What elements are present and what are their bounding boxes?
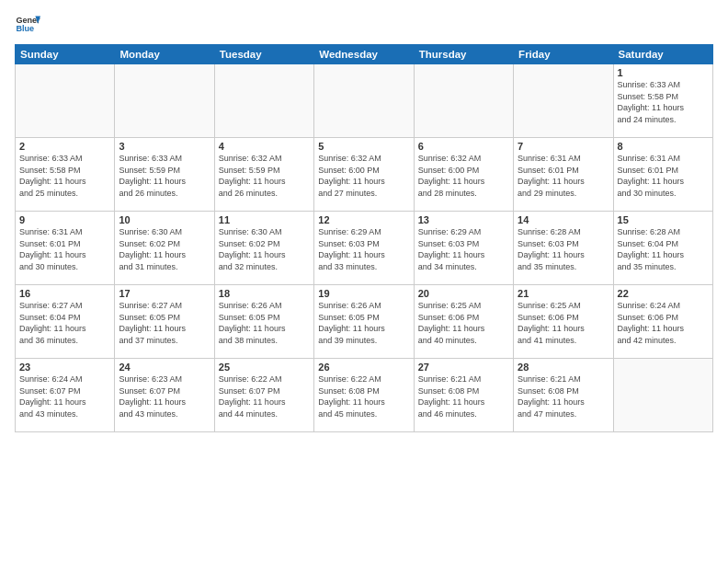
day-info: Sunrise: 6:29 AM Sunset: 6:03 PM Dayligh… xyxy=(318,226,409,272)
day-cell: 20Sunrise: 6:25 AM Sunset: 6:06 PM Dayli… xyxy=(414,285,513,359)
week-row-2: 9Sunrise: 6:31 AM Sunset: 6:01 PM Daylig… xyxy=(16,212,713,285)
day-number: 22 xyxy=(618,288,709,299)
day-cell: 11Sunrise: 6:30 AM Sunset: 6:02 PM Dayli… xyxy=(214,212,313,285)
day-number: 25 xyxy=(219,362,310,373)
day-info: Sunrise: 6:31 AM Sunset: 6:01 PM Dayligh… xyxy=(518,153,609,199)
week-row-0: 1Sunrise: 6:33 AM Sunset: 5:58 PM Daylig… xyxy=(16,64,713,138)
day-cell: 25Sunrise: 6:22 AM Sunset: 6:07 PM Dayli… xyxy=(214,359,313,432)
day-cell: 8Sunrise: 6:31 AM Sunset: 6:01 PM Daylig… xyxy=(613,138,712,212)
dow-header-saturday: Saturday xyxy=(613,45,712,64)
days-of-week-row: SundayMondayTuesdayWednesdayThursdayFrid… xyxy=(16,45,713,64)
day-info: Sunrise: 6:25 AM Sunset: 6:06 PM Dayligh… xyxy=(518,300,609,346)
day-info: Sunrise: 6:33 AM Sunset: 5:59 PM Dayligh… xyxy=(119,153,210,199)
day-info: Sunrise: 6:23 AM Sunset: 6:07 PM Dayligh… xyxy=(119,373,210,419)
day-cell xyxy=(214,64,313,138)
day-info: Sunrise: 6:28 AM Sunset: 6:04 PM Dayligh… xyxy=(618,226,709,272)
day-number: 26 xyxy=(318,362,409,373)
day-number: 21 xyxy=(518,288,609,299)
day-info: Sunrise: 6:28 AM Sunset: 6:03 PM Dayligh… xyxy=(518,226,609,272)
day-number: 2 xyxy=(19,141,110,152)
logo: General Blue xyxy=(15,11,40,37)
week-row-1: 2Sunrise: 6:33 AM Sunset: 5:58 PM Daylig… xyxy=(16,138,713,212)
day-cell xyxy=(115,64,214,138)
day-cell xyxy=(414,64,513,138)
day-cell: 21Sunrise: 6:25 AM Sunset: 6:06 PM Dayli… xyxy=(514,285,613,359)
day-info: Sunrise: 6:21 AM Sunset: 6:08 PM Dayligh… xyxy=(518,373,609,419)
calendar: SundayMondayTuesdayWednesdayThursdayFrid… xyxy=(15,44,713,432)
day-info: Sunrise: 6:21 AM Sunset: 6:08 PM Dayligh… xyxy=(418,373,509,419)
page: General Blue SundayMondayTuesdayWednesda… xyxy=(0,0,728,563)
day-cell: 16Sunrise: 6:27 AM Sunset: 6:04 PM Dayli… xyxy=(16,285,115,359)
day-cell: 15Sunrise: 6:28 AM Sunset: 6:04 PM Dayli… xyxy=(613,212,712,285)
day-number: 13 xyxy=(418,214,509,225)
day-info: Sunrise: 6:29 AM Sunset: 6:03 PM Dayligh… xyxy=(418,226,509,272)
day-cell xyxy=(613,359,712,432)
dow-header-wednesday: Wednesday xyxy=(314,45,414,64)
day-info: Sunrise: 6:32 AM Sunset: 6:00 PM Dayligh… xyxy=(418,153,509,199)
day-cell: 14Sunrise: 6:28 AM Sunset: 6:03 PM Dayli… xyxy=(514,212,613,285)
logo-icon: General Blue xyxy=(15,11,40,37)
day-number: 14 xyxy=(518,214,609,225)
day-number: 3 xyxy=(119,141,210,152)
day-info: Sunrise: 6:32 AM Sunset: 6:00 PM Dayligh… xyxy=(318,153,409,199)
day-cell: 26Sunrise: 6:22 AM Sunset: 6:08 PM Dayli… xyxy=(314,359,414,432)
day-number: 19 xyxy=(318,288,409,299)
dow-header-tuesday: Tuesday xyxy=(214,45,313,64)
day-number: 20 xyxy=(418,288,509,299)
day-number: 8 xyxy=(618,141,709,152)
day-cell: 5Sunrise: 6:32 AM Sunset: 6:00 PM Daylig… xyxy=(314,138,414,212)
week-row-4: 23Sunrise: 6:24 AM Sunset: 6:07 PM Dayli… xyxy=(16,359,713,432)
day-cell: 1Sunrise: 6:33 AM Sunset: 5:58 PM Daylig… xyxy=(613,64,712,138)
day-cell: 18Sunrise: 6:26 AM Sunset: 6:05 PM Dayli… xyxy=(214,285,313,359)
dow-header-monday: Monday xyxy=(115,45,214,64)
day-cell: 3Sunrise: 6:33 AM Sunset: 5:59 PM Daylig… xyxy=(115,138,214,212)
day-cell: 4Sunrise: 6:32 AM Sunset: 5:59 PM Daylig… xyxy=(214,138,313,212)
day-info: Sunrise: 6:30 AM Sunset: 6:02 PM Dayligh… xyxy=(119,226,210,272)
dow-header-friday: Friday xyxy=(514,45,613,64)
dow-header-sunday: Sunday xyxy=(16,45,115,64)
day-cell: 7Sunrise: 6:31 AM Sunset: 6:01 PM Daylig… xyxy=(514,138,613,212)
day-number: 9 xyxy=(19,214,110,225)
day-cell: 10Sunrise: 6:30 AM Sunset: 6:02 PM Dayli… xyxy=(115,212,214,285)
day-cell: 9Sunrise: 6:31 AM Sunset: 6:01 PM Daylig… xyxy=(16,212,115,285)
day-number: 6 xyxy=(418,141,509,152)
day-number: 5 xyxy=(318,141,409,152)
day-number: 12 xyxy=(318,214,409,225)
day-cell: 12Sunrise: 6:29 AM Sunset: 6:03 PM Dayli… xyxy=(314,212,414,285)
calendar-body: 1Sunrise: 6:33 AM Sunset: 5:58 PM Daylig… xyxy=(16,64,713,432)
day-number: 18 xyxy=(219,288,310,299)
day-cell: 24Sunrise: 6:23 AM Sunset: 6:07 PM Dayli… xyxy=(115,359,214,432)
day-info: Sunrise: 6:32 AM Sunset: 5:59 PM Dayligh… xyxy=(219,153,310,199)
day-cell: 19Sunrise: 6:26 AM Sunset: 6:05 PM Dayli… xyxy=(314,285,414,359)
day-cell xyxy=(514,64,613,138)
header: General Blue xyxy=(15,11,713,37)
day-number: 10 xyxy=(119,214,210,225)
day-cell: 28Sunrise: 6:21 AM Sunset: 6:08 PM Dayli… xyxy=(514,359,613,432)
day-cell: 6Sunrise: 6:32 AM Sunset: 6:00 PM Daylig… xyxy=(414,138,513,212)
dow-header-thursday: Thursday xyxy=(414,45,513,64)
day-number: 4 xyxy=(219,141,310,152)
day-info: Sunrise: 6:33 AM Sunset: 5:58 PM Dayligh… xyxy=(618,79,709,125)
day-info: Sunrise: 6:26 AM Sunset: 6:05 PM Dayligh… xyxy=(219,300,310,346)
day-number: 11 xyxy=(219,214,310,225)
day-info: Sunrise: 6:30 AM Sunset: 6:02 PM Dayligh… xyxy=(219,226,310,272)
day-info: Sunrise: 6:31 AM Sunset: 6:01 PM Dayligh… xyxy=(618,153,709,199)
day-number: 28 xyxy=(518,362,609,373)
day-info: Sunrise: 6:22 AM Sunset: 6:07 PM Dayligh… xyxy=(219,373,310,419)
day-cell: 17Sunrise: 6:27 AM Sunset: 6:05 PM Dayli… xyxy=(115,285,214,359)
day-cell: 13Sunrise: 6:29 AM Sunset: 6:03 PM Dayli… xyxy=(414,212,513,285)
day-cell: 2Sunrise: 6:33 AM Sunset: 5:58 PM Daylig… xyxy=(16,138,115,212)
day-number: 16 xyxy=(19,288,110,299)
day-info: Sunrise: 6:33 AM Sunset: 5:58 PM Dayligh… xyxy=(19,153,110,199)
day-cell xyxy=(314,64,414,138)
day-info: Sunrise: 6:22 AM Sunset: 6:08 PM Dayligh… xyxy=(318,373,409,419)
day-cell: 22Sunrise: 6:24 AM Sunset: 6:06 PM Dayli… xyxy=(613,285,712,359)
day-cell: 27Sunrise: 6:21 AM Sunset: 6:08 PM Dayli… xyxy=(414,359,513,432)
day-cell: 23Sunrise: 6:24 AM Sunset: 6:07 PM Dayli… xyxy=(16,359,115,432)
day-info: Sunrise: 6:26 AM Sunset: 6:05 PM Dayligh… xyxy=(318,300,409,346)
day-info: Sunrise: 6:24 AM Sunset: 6:06 PM Dayligh… xyxy=(618,300,709,346)
day-number: 17 xyxy=(119,288,210,299)
day-number: 15 xyxy=(618,214,709,225)
day-number: 23 xyxy=(19,362,110,373)
day-info: Sunrise: 6:25 AM Sunset: 6:06 PM Dayligh… xyxy=(418,300,509,346)
